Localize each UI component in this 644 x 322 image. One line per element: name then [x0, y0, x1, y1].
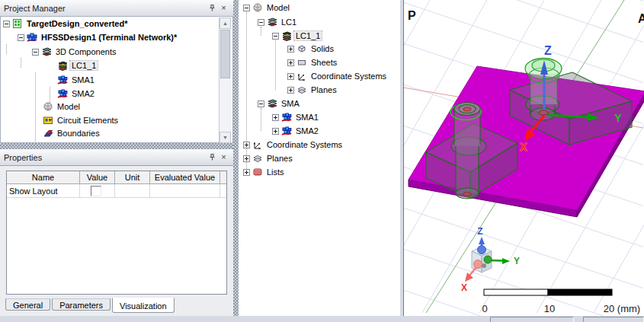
model-tree-panel[interactable]: Model LC1 LC1_1 Solids Sheets Coordinate…: [239, 0, 400, 316]
collapse-toggle-icon[interactable]: [258, 100, 264, 107]
triad-z-label: Z: [477, 226, 482, 237]
project-manager-titlebar: Project Manager ×: [0, 0, 233, 17]
mt-row-sma[interactable]: SMA: [258, 97, 301, 110]
mt-row-root-coordinate-systems[interactable]: Coordinate Systems: [243, 139, 344, 151]
mt-planes-label: Planes: [309, 85, 338, 94]
column-header-filler: [220, 171, 226, 184]
mt-row-coordinate-systems[interactable]: Coordinate Systems: [287, 70, 388, 82]
pm-lc1-1-label: LC1_1: [70, 61, 98, 70]
mt-sma-label: SMA: [280, 99, 301, 108]
project-tree[interactable]: TargetDesign_converted* HFSSDesign1 (Ter…: [0, 16, 233, 143]
scroll-up-button[interactable]: ▲: [219, 18, 231, 29]
column-header-name: Name: [7, 171, 80, 184]
layers-icon: [57, 60, 68, 71]
scrollbar-thumb[interactable]: [220, 30, 230, 78]
pin-icon[interactable]: [207, 151, 218, 163]
properties-tabs: General Parameters Visualization: [5, 298, 175, 313]
horizontal-splitter[interactable]: [0, 143, 233, 149]
expand-toggle-icon[interactable]: [287, 46, 294, 53]
solids-icon: [296, 43, 307, 54]
property-row-show-layout[interactable]: Show Layout: [7, 184, 226, 198]
triad-z-sphere: [478, 246, 486, 254]
scale-tick-20mm: 20 (mm): [604, 303, 640, 314]
collapse-toggle-icon[interactable]: [18, 34, 24, 41]
sma-component-icon: [281, 112, 292, 123]
close-icon[interactable]: ×: [218, 151, 229, 163]
scroll-down-button[interactable]: ▼: [219, 132, 231, 143]
properties-panel: Properties × Name Value Unit Evaluated V…: [0, 149, 233, 316]
property-unit-cell: [115, 184, 150, 197]
expand-toggle-icon[interactable]: [243, 142, 250, 148]
tab-parameters[interactable]: Parameters: [52, 298, 111, 311]
planes-icon: [252, 153, 263, 164]
property-name-cell: Show Layout: [7, 184, 80, 197]
pm-row-boundaries[interactable]: Boundaries: [43, 127, 101, 139]
pm-sma1-label: SMA1: [70, 75, 96, 84]
pm-row-sma2[interactable]: SMA2: [57, 88, 96, 100]
collapse-toggle-icon[interactable]: [3, 21, 10, 27]
pm-row-project[interactable]: TargetDesign_converted*: [3, 18, 129, 30]
tree-connector: [275, 40, 276, 90]
circuit-elements-icon: [43, 115, 53, 126]
triad-y-sphere: [484, 256, 492, 263]
collapse-toggle-icon[interactable]: [258, 19, 264, 26]
collapse-toggle-icon[interactable]: [272, 33, 279, 40]
pm-model-label: Model: [56, 102, 82, 111]
pm-row-design[interactable]: HFSSDesign1 (Terminal Network)*: [18, 31, 178, 43]
expand-toggle-icon[interactable]: [287, 73, 294, 80]
pin-icon[interactable]: [207, 2, 218, 14]
mt-row-sheets[interactable]: Sheets: [287, 56, 338, 69]
collapse-toggle-icon[interactable]: [243, 5, 250, 11]
mt-root-coordinate-systems-label: Coordinate Systems: [265, 140, 344, 149]
expand-toggle-icon[interactable]: [287, 87, 294, 94]
tab-visualization[interactable]: Visualization: [112, 298, 175, 313]
expand-toggle-icon[interactable]: [287, 59, 294, 66]
mt-row-lc1-1[interactable]: LC1_1: [272, 30, 322, 42]
tab-general[interactable]: General: [5, 298, 50, 311]
mt-row-sma1[interactable]: SMA1: [272, 111, 320, 123]
expand-toggle-icon[interactable]: [272, 128, 279, 135]
mt-row-solids[interactable]: Solids: [287, 43, 335, 55]
3d-viewport[interactable]: Z Y X Z Y X 0 10 20 (mm) P A: [403, 0, 644, 316]
pm-sma2-label: SMA2: [70, 89, 96, 98]
mt-row-model[interactable]: Model: [243, 2, 291, 14]
tree-connector: [6, 44, 7, 54]
scale-tick-0: 0: [482, 303, 487, 314]
mt-row-root-planes[interactable]: Planes: [243, 152, 294, 164]
pm-row-3d-components[interactable]: 3D Components: [32, 46, 118, 58]
show-layout-checkbox[interactable]: [91, 186, 101, 196]
sma-component-icon: [281, 126, 292, 136]
property-evaluated-cell: [150, 184, 220, 197]
column-header-evaluated: Evaluated Value: [150, 171, 220, 184]
pm-row-lc1-1[interactable]: LC1_1: [57, 59, 98, 72]
mt-row-root-lists[interactable]: Lists: [243, 166, 286, 178]
pm-3d-components-label: 3D Components: [54, 47, 118, 56]
mt-sheets-label: Sheets: [309, 58, 338, 67]
viewport-corner-label-right: A: [638, 12, 644, 25]
vertical-splitter[interactable]: [233, 0, 239, 322]
mt-row-planes[interactable]: Planes: [287, 84, 338, 96]
tree-connector: [21, 58, 21, 68]
mt-model-label: Model: [265, 3, 291, 12]
collapse-toggle-icon[interactable]: [32, 49, 39, 56]
close-icon[interactable]: ×: [218, 2, 229, 14]
pm-row-model[interactable]: Model: [43, 100, 82, 113]
mt-row-lc1[interactable]: LC1: [258, 16, 298, 28]
expand-toggle-icon[interactable]: [272, 114, 279, 121]
tree-connector: [261, 108, 261, 131]
column-header-unit: Unit: [115, 171, 150, 184]
lists-icon: [252, 167, 263, 177]
scale-tick-10: 10: [544, 303, 555, 314]
pm-scrollbar[interactable]: ▲ ▼: [219, 18, 232, 143]
expand-toggle-icon[interactable]: [243, 169, 250, 176]
pm-row-circuit-elements[interactable]: Circuit Elements: [43, 114, 120, 126]
mt-row-sma2[interactable]: SMA2: [272, 125, 320, 137]
properties-title: Properties: [4, 153, 207, 162]
properties-table: Name Value Unit Evaluated Value Show Lay…: [6, 171, 227, 295]
status-cell: [490, 317, 574, 322]
pm-row-sma1[interactable]: SMA1: [57, 74, 96, 86]
pm-circuit-elements-label: Circuit Elements: [56, 116, 120, 125]
model-icon: [252, 2, 263, 13]
pm-design-label: HFSSDesign1 (Terminal Network)*: [40, 33, 178, 42]
expand-toggle-icon[interactable]: [243, 155, 250, 162]
